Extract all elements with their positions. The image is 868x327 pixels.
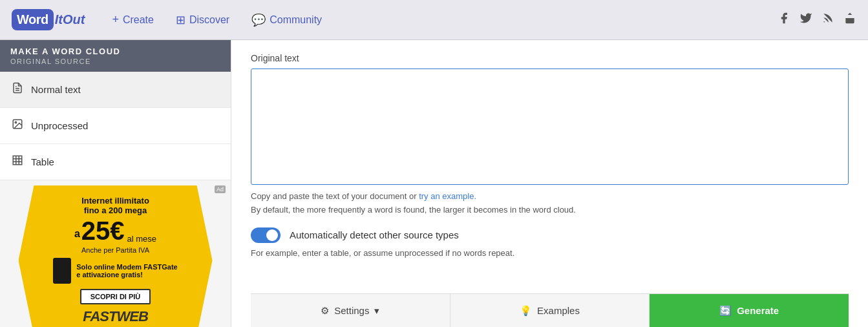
examples-label: Examples <box>537 305 580 316</box>
nav-create-label: Create <box>123 14 154 26</box>
auto-detect-toggle[interactable] <box>251 227 281 243</box>
ad-modem-row: Solo online Modem FASTGatee attivazione … <box>53 258 177 284</box>
nav-discover[interactable]: ⊞ Discover <box>167 8 238 32</box>
ad-price-row: a 25€ al mese <box>74 218 156 244</box>
ad-area: Ad Internet illimitato fino a 200 mega a… <box>0 180 231 327</box>
main-layout: MAKE A WORD CLOUD ORIGINAL SOURCE Normal… <box>0 40 868 327</box>
svg-point-0 <box>823 21 825 23</box>
sidebar: MAKE A WORD CLOUD ORIGINAL SOURCE Normal… <box>0 40 231 327</box>
toggle-label: Automatically detect other source types <box>290 229 459 240</box>
content-label: Original text <box>251 53 849 63</box>
nav-discover-label: Discover <box>189 14 229 26</box>
generate-button[interactable]: 🔄 Generate <box>650 294 849 327</box>
header: Word ItOut + Create ⊞ Discover 💬 Communi… <box>0 0 868 40</box>
facebook-icon[interactable] <box>778 12 790 28</box>
hint-text-1: Copy and paste the text of your document… <box>251 191 419 201</box>
toggle-row: Automatically detect other source types <box>251 227 849 243</box>
sidebar-item-table[interactable]: Table <box>0 144 231 180</box>
nav-community[interactable]: 💬 Community <box>242 8 331 32</box>
document-icon <box>12 82 23 97</box>
sidebar-item-unprocessed[interactable]: Unprocessed <box>0 108 231 144</box>
sidebar-item-normal-text[interactable]: Normal text <box>0 72 231 108</box>
refresh-icon: 🔄 <box>719 305 732 317</box>
sidebar-header: MAKE A WORD CLOUD ORIGINAL SOURCE <box>0 40 231 72</box>
nav-items: + Create ⊞ Discover 💬 Community <box>103 8 778 32</box>
ad-brand: FASTWEB <box>83 308 148 325</box>
nav-create[interactable]: + Create <box>103 8 163 32</box>
content-area: Original text Copy and paste the text of… <box>231 40 868 327</box>
toggle-thumb <box>266 229 278 241</box>
share-icon[interactable] <box>843 12 856 28</box>
logo-itout: ItOut <box>55 12 85 27</box>
hint-text-2: By default, the more frequently a word i… <box>251 205 576 215</box>
sidebar-item-unprocessed-label: Unprocessed <box>31 120 88 131</box>
ad-badge: Ad <box>215 185 226 193</box>
ad-price-prefix: a <box>74 228 80 240</box>
toggle-hint: For example, enter a table, or assume un… <box>251 248 849 258</box>
gear-icon: ⚙ <box>321 305 329 317</box>
modem-image <box>53 258 71 284</box>
original-text-input[interactable] <box>251 69 849 185</box>
table-icon <box>12 154 23 169</box>
plus-icon: + <box>112 13 119 26</box>
svg-point-5 <box>15 121 16 123</box>
chevron-down-icon: ▾ <box>374 305 379 317</box>
ad-price: 25€ <box>81 218 125 244</box>
ad-line2: fino a 200 mega <box>84 206 147 215</box>
generate-label: Generate <box>737 305 779 316</box>
sidebar-item-normal-text-label: Normal text <box>31 84 81 95</box>
grid-icon: ⊞ <box>176 13 185 27</box>
toggle-track <box>251 227 281 243</box>
bulb-icon: 💡 <box>520 305 532 317</box>
image-icon <box>12 118 23 133</box>
sidebar-header-title: MAKE A WORD CLOUD <box>10 47 220 56</box>
settings-label: Settings <box>334 305 369 316</box>
logo[interactable]: Word ItOut <box>12 9 85 30</box>
ad-content: Internet illimitato fino a 200 mega a 25… <box>19 185 213 327</box>
ad-cta-button[interactable]: SCOPRI DI PIÙ <box>80 289 151 304</box>
chat-icon: 💬 <box>251 13 266 27</box>
hint-text: Copy and paste the text of your document… <box>251 190 849 217</box>
svg-rect-6 <box>13 156 22 165</box>
ad-modem-text: Solo online Modem FASTGatee attivazione … <box>76 263 177 279</box>
ad-sub: Anche per Partita IVA <box>81 246 149 254</box>
ad-price-suffix: al mese <box>127 234 157 244</box>
twitter-icon[interactable] <box>799 12 812 28</box>
header-right <box>778 12 856 28</box>
try-example-link[interactable]: try an example. <box>419 191 476 201</box>
nav-community-label: Community <box>270 14 322 26</box>
settings-button[interactable]: ⚙ Settings ▾ <box>251 294 450 327</box>
ad-line1: Internet illimitato <box>81 196 149 206</box>
sidebar-header-subtitle: ORIGINAL SOURCE <box>10 58 220 65</box>
logo-word[interactable]: Word <box>12 9 54 30</box>
rss-icon[interactable] <box>821 12 834 28</box>
sidebar-item-table-label: Table <box>31 156 54 167</box>
examples-button[interactable]: 💡 Examples <box>450 294 650 327</box>
bottom-bar: ⚙ Settings ▾ 💡 Examples 🔄 Generate <box>251 293 849 327</box>
